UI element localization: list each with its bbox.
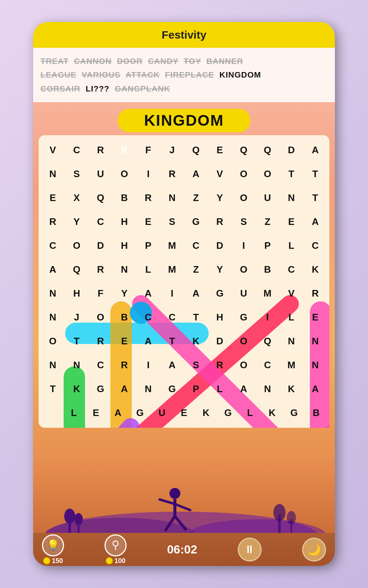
cell-4-11[interactable]: C xyxy=(303,234,327,258)
cell-1-9[interactable]: O xyxy=(255,162,279,186)
cell-0-9[interactable]: Q xyxy=(255,138,279,162)
cell-4-8[interactable]: I xyxy=(232,234,256,258)
cell-6-4[interactable]: A xyxy=(136,282,160,305)
cell-10-9[interactable]: N xyxy=(255,377,279,401)
cell-7-6[interactable]: T xyxy=(184,305,208,329)
cell-4-9[interactable]: P xyxy=(255,234,279,258)
cell-11-7[interactable]: K xyxy=(195,401,217,425)
cell-7-8[interactable]: G xyxy=(232,305,256,329)
cell-10-0[interactable]: T xyxy=(41,377,65,401)
cell-6-9[interactable]: M xyxy=(255,282,279,305)
cell-9-2[interactable]: C xyxy=(89,353,113,377)
cell-1-8[interactable]: O xyxy=(232,162,256,186)
cell-5-11[interactable]: K xyxy=(303,258,327,282)
cell-3-4[interactable]: E xyxy=(136,210,160,234)
cell-8-1[interactable]: T xyxy=(65,329,89,353)
cell-2-1[interactable]: X xyxy=(65,186,89,210)
cell-10-2[interactable]: G xyxy=(89,377,113,401)
cell-5-4[interactable]: L xyxy=(136,258,160,282)
cell-2-11[interactable]: T xyxy=(303,186,327,210)
cell-5-7[interactable]: Y xyxy=(208,258,232,282)
cell-6-5[interactable]: I xyxy=(160,282,184,305)
cell-7-4[interactable]: C xyxy=(136,305,160,329)
cell-10-8[interactable]: A xyxy=(232,377,256,401)
cell-7-0[interactable]: N xyxy=(41,305,65,329)
cell-7-3[interactable]: B xyxy=(113,305,137,329)
cell-4-7[interactable]: D xyxy=(208,234,232,258)
cell-8-11[interactable]: N xyxy=(303,329,327,353)
cell-6-6[interactable]: A xyxy=(184,282,208,305)
cell-1-7[interactable]: V xyxy=(208,162,232,186)
cell-3-6[interactable]: G xyxy=(184,210,208,234)
cell-8-8[interactable]: O xyxy=(232,329,256,353)
cell-9-1[interactable]: N xyxy=(65,353,89,377)
cell-2-7[interactable]: Y xyxy=(208,186,232,210)
cell-5-5[interactable]: M xyxy=(160,258,184,282)
cell-3-7[interactable]: R xyxy=(208,210,232,234)
cell-9-0[interactable]: N xyxy=(41,353,65,377)
cell-3-9[interactable]: Z xyxy=(255,210,279,234)
cell-1-5[interactable]: R xyxy=(160,162,184,186)
cell-8-3[interactable]: E xyxy=(113,329,137,353)
cell-4-2[interactable]: D xyxy=(89,234,113,258)
cell-10-11[interactable]: A xyxy=(303,377,327,401)
cell-11-2[interactable]: E xyxy=(85,401,107,425)
cell-10-5[interactable]: G xyxy=(160,377,184,401)
cell-6-7[interactable]: G xyxy=(208,282,232,305)
cell-11-9[interactable]: L xyxy=(239,401,261,425)
cell-2-5[interactable]: N xyxy=(160,186,184,210)
cell-6-1[interactable]: H xyxy=(65,282,89,305)
cell-2-8[interactable]: O xyxy=(232,186,256,210)
cell-1-4[interactable]: I xyxy=(136,162,160,186)
cell-8-6[interactable]: K xyxy=(184,329,208,353)
cell-0-2[interactable]: R xyxy=(89,138,113,162)
night-mode-button[interactable]: 🌙 xyxy=(302,538,326,562)
cell-1-10[interactable]: T xyxy=(279,162,303,186)
cell-8-5[interactable]: T xyxy=(160,329,184,353)
cell-5-9[interactable]: B xyxy=(255,258,279,282)
cell-9-8[interactable]: O xyxy=(232,353,256,377)
cell-4-4[interactable]: P xyxy=(136,234,160,258)
cell-7-5[interactable]: C xyxy=(160,305,184,329)
cell-0-11[interactable]: A xyxy=(303,138,327,162)
cell-1-6[interactable]: A xyxy=(184,162,208,186)
cell-6-11[interactable]: R xyxy=(303,282,327,305)
cell-4-5[interactable]: M xyxy=(160,234,184,258)
pause-button[interactable]: ⏸ xyxy=(238,538,262,562)
cell-3-11[interactable]: A xyxy=(303,210,327,234)
cell-11-0[interactable] xyxy=(41,401,63,425)
cell-5-8[interactable]: O xyxy=(232,258,256,282)
cell-1-1[interactable]: S xyxy=(65,162,89,186)
cell-10-10[interactable]: K xyxy=(279,377,303,401)
word-search-grid[interactable]: VCRKFJQEQQDANSUOIRAVOOTTEXQBRNZYOUNTRYCH… xyxy=(39,135,329,428)
cell-8-7[interactable]: D xyxy=(208,329,232,353)
cell-3-8[interactable]: S xyxy=(232,210,256,234)
hint1-button[interactable]: 💡 150 xyxy=(42,534,64,565)
cell-0-3[interactable]: K xyxy=(113,138,137,162)
cell-9-11[interactable]: N xyxy=(303,353,327,377)
cell-2-6[interactable]: Z xyxy=(184,186,208,210)
cell-10-3[interactable]: A xyxy=(113,377,137,401)
cell-8-4[interactable]: A xyxy=(136,329,160,353)
cell-0-4[interactable]: F xyxy=(136,138,160,162)
cell-9-9[interactable]: C xyxy=(255,353,279,377)
hint1-icon[interactable]: 💡 xyxy=(42,534,64,556)
cell-4-6[interactable]: C xyxy=(184,234,208,258)
cell-3-10[interactable]: E xyxy=(279,210,303,234)
cell-10-1[interactable]: K xyxy=(65,377,89,401)
hint2-icon[interactable] xyxy=(105,534,127,556)
cell-1-3[interactable]: O xyxy=(113,162,137,186)
cell-0-8[interactable]: Q xyxy=(232,138,256,162)
cell-0-6[interactable]: Q xyxy=(184,138,208,162)
cell-6-3[interactable]: Y xyxy=(113,282,137,305)
cell-0-5[interactable]: J xyxy=(160,138,184,162)
cell-11-8[interactable]: G xyxy=(217,401,239,425)
cell-11-11[interactable]: G xyxy=(283,401,305,425)
cell-9-7[interactable]: R xyxy=(208,353,232,377)
cell-6-2[interactable]: F xyxy=(89,282,113,305)
cell-7-1[interactable]: J xyxy=(65,305,89,329)
cell-5-10[interactable]: C xyxy=(279,258,303,282)
cell-2-2[interactable]: Q xyxy=(89,186,113,210)
cell-11-10[interactable]: K xyxy=(261,401,283,425)
cell-10-7[interactable]: L xyxy=(208,377,232,401)
